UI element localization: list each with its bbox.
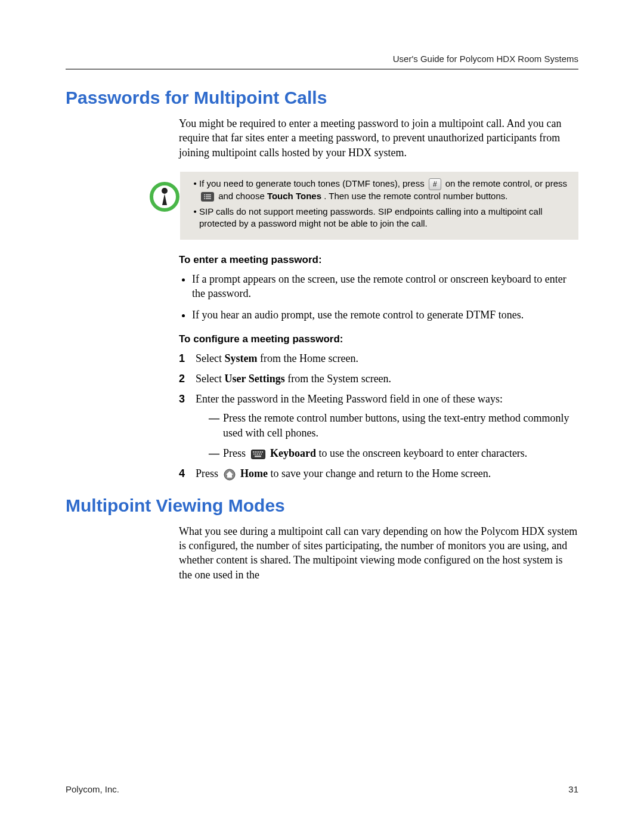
svg-rect-19 [261, 453, 262, 454]
step-3: Enter the password in the Meeting Passwo… [179, 392, 578, 460]
svg-rect-6 [204, 198, 205, 199]
note-text: on the remote control, or press [445, 178, 567, 188]
svg-rect-14 [262, 451, 263, 453]
svg-rect-20 [255, 456, 261, 457]
svg-rect-16 [255, 453, 256, 454]
step-text: from the System screen. [285, 373, 391, 385]
step-bold: System [224, 352, 257, 364]
svg-rect-13 [260, 451, 261, 453]
running-header: User's Guide for Polycom HDX Room System… [66, 54, 578, 64]
step-text: Press [196, 467, 221, 479]
page: User's Guide for Polycom HDX Room System… [0, 0, 644, 833]
svg-rect-10 [255, 451, 256, 453]
list-item: If you hear an audio prompt, use the rem… [192, 308, 578, 322]
keyboard-icon [251, 450, 265, 459]
svg-rect-12 [258, 451, 259, 453]
intro-paragraph-2: What you see during a multipoint call ca… [179, 524, 578, 582]
note-item-2: SIP calls do not support meeting passwor… [199, 206, 570, 230]
page-footer: Polycom, Inc. 31 [66, 784, 578, 794]
note-bold: Touch Tones [267, 191, 321, 201]
list-item: If a prompt appears on the screen, use t… [192, 272, 578, 301]
home-icon [224, 469, 236, 481]
step-text: Select [196, 373, 224, 385]
dash-item: Press the remote control number buttons,… [209, 411, 578, 440]
svg-rect-5 [206, 196, 211, 197]
footer-company: Polycom, Inc. [66, 784, 119, 794]
intro-paragraph: You might be required to enter a meeting… [179, 116, 578, 160]
svg-rect-15 [253, 453, 255, 454]
subhead-configure: To configure a meeting password: [179, 333, 578, 345]
svg-rect-2 [204, 194, 205, 196]
step-1: Select System from the Home screen. [179, 351, 578, 366]
note-text: . Then use the remote control number but… [324, 191, 507, 201]
menu-list-icon [201, 192, 214, 202]
svg-rect-17 [257, 453, 258, 454]
svg-rect-3 [206, 194, 211, 196]
dash-item: Press Key [209, 446, 578, 460]
configure-steps: Select System from the Home screen. Sele… [179, 351, 578, 481]
dash-text: to use the onscreen keyboard to enter ch… [319, 447, 528, 459]
note-text: and choose [218, 191, 267, 201]
step-bold: User Settings [224, 373, 284, 385]
hash-button-icon: # [429, 178, 441, 190]
step-text: from the Home screen. [257, 352, 358, 364]
step-text: to save your change and return to the Ho… [271, 467, 491, 479]
note-item-1: If you need to generate touch tones (DTM… [199, 178, 570, 202]
svg-rect-11 [256, 451, 258, 453]
footer-page-number: 31 [568, 784, 578, 794]
step-2: Select User Settings from the System scr… [179, 371, 578, 386]
heading-passwords: Passwords for Multipoint Calls [66, 88, 578, 108]
dash-bold: Keyboard [270, 447, 316, 459]
step-bold: Home [240, 467, 268, 479]
svg-rect-9 [253, 451, 254, 453]
note-callout: If you need to generate touch tones (DTM… [66, 172, 578, 240]
subhead-enter: To enter a meeting password: [179, 254, 578, 266]
dash-text: Press [223, 447, 249, 459]
note-icon [149, 181, 180, 215]
svg-rect-7 [206, 198, 211, 199]
header-rule [66, 69, 578, 70]
svg-rect-4 [204, 196, 205, 197]
heading-multipoint-viewing: Multipoint Viewing Modes [66, 496, 578, 516]
step-text: Enter the password in the Meeting Passwo… [196, 393, 503, 405]
note-box: If you need to generate touch tones (DTM… [180, 172, 578, 240]
enter-bullets: If a prompt appears on the screen, use t… [179, 272, 578, 323]
step-4: Press Home to save your change and retur… [179, 466, 578, 481]
step-text: Select [196, 352, 224, 364]
svg-point-1 [162, 188, 168, 194]
note-text: If you need to generate touch tones (DTM… [199, 178, 427, 188]
svg-rect-18 [259, 453, 260, 454]
